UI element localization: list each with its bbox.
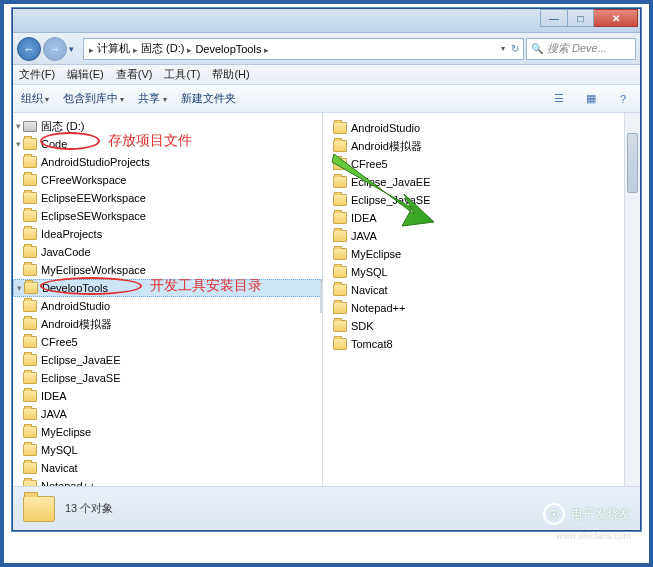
folder-icon [23,372,37,384]
folder-icon [23,210,37,222]
folder-icon [333,338,347,350]
menu-help[interactable]: 帮助(H) [212,67,249,82]
share-button[interactable]: 共享 [138,91,166,106]
list-item[interactable]: Eclipse_JavaSE [329,191,640,209]
status-count: 13 个对象 [65,501,113,516]
tree-item[interactable]: Navicat [13,459,322,477]
organize-button[interactable]: 组织 [21,91,49,106]
folder-icon [23,138,37,150]
list-item[interactable]: AndroidStudio [329,119,640,137]
help-icon[interactable]: ? [614,90,632,108]
tree-item[interactable]: Android模拟器 [13,315,322,333]
list-item[interactable]: Navicat [329,281,640,299]
list-item[interactable]: Eclipse_JavaEE [329,173,640,191]
tree-item[interactable]: MySQL [13,441,322,459]
folder-icon [23,228,37,240]
folder-icon [333,284,347,296]
folder-icon [333,176,347,188]
tree-item[interactable]: AndroidStudioProjects [13,153,322,171]
folder-icon [24,282,38,294]
search-placeholder: 搜索 Deve... [547,41,607,56]
view-mode-icon[interactable]: ☰ [550,90,568,108]
chevron-icon [186,43,193,55]
folder-icon [23,264,37,276]
tree-item[interactable]: CFreeWorkspace [13,171,322,189]
breadcrumb[interactable]: DevelopTools [195,43,261,55]
refresh-icon[interactable]: ↻ [511,43,519,54]
tree-item-selected[interactable]: ▾DevelopTools [13,279,322,297]
folder-icon [23,496,55,522]
tree-item[interactable]: Eclipse_JavaSE [13,369,322,387]
folder-icon [23,192,37,204]
list-item[interactable]: Tomcat8 [329,335,640,353]
address-bar[interactable]: 计算机 固态 (D:) DevelopTools ▾ ↻ [83,38,524,60]
list-item[interactable]: JAVA [329,227,640,245]
chevron-icon [263,43,270,55]
drive-icon [23,121,37,132]
search-input[interactable]: 🔍 搜索 Deve... [526,38,636,60]
folder-icon [23,174,37,186]
menu-file[interactable]: 文件(F) [19,67,55,82]
list-item[interactable]: Android模拟器 [329,137,640,155]
tree-item[interactable]: EclipseEEWorkspace [13,189,322,207]
folder-icon [333,212,347,224]
forward-button[interactable]: → [43,37,67,61]
list-item[interactable]: SDK [329,317,640,335]
folder-icon [23,156,37,168]
list-item[interactable]: MySQL [329,263,640,281]
tree-item[interactable]: Eclipse_JavaEE [13,351,322,369]
include-library-button[interactable]: 包含到库中 [63,91,124,106]
tree-item[interactable]: MyEclipse [13,423,322,441]
chevron-icon [132,43,139,55]
minimize-button[interactable]: — [540,9,568,27]
tree-item[interactable]: ▾Code [13,135,322,153]
menubar: 文件(F) 编辑(E) 查看(V) 工具(T) 帮助(H) [13,65,640,85]
chevron-icon [88,43,95,55]
list-item[interactable]: CFree5 [329,155,640,173]
list-item[interactable]: MyEclipse [329,245,640,263]
tree-item[interactable]: EclipseSEWorkspace [13,207,322,225]
file-list: AndroidStudio Android模拟器 CFree5 Eclipse_… [323,113,640,486]
folder-icon [333,122,347,134]
address-dropdown-icon[interactable]: ▾ [501,44,505,53]
list-item[interactable]: Notepad++ [329,299,640,317]
folder-icon [333,158,347,170]
breadcrumb[interactable]: 固态 (D:) [141,41,184,56]
status-bar: 13 个对象 [13,486,640,530]
folder-icon [333,266,347,278]
folder-icon [333,140,347,152]
nav-tree: ▾固态 (D:) ▾Code AndroidStudioProjects CFr… [13,113,323,486]
tree-item[interactable]: IDEA [13,387,322,405]
close-button[interactable]: ✕ [594,9,638,27]
tree-drive[interactable]: ▾固态 (D:) [13,117,322,135]
scrollbar-vertical[interactable] [624,113,640,486]
scroll-thumb[interactable] [627,133,638,193]
folder-icon [23,318,37,330]
maximize-button[interactable]: □ [568,9,594,27]
navbar: ← → ▾ 计算机 固态 (D:) DevelopTools ▾ ↻ 🔍 搜索 … [13,33,640,65]
folder-icon [23,480,37,486]
folder-icon [333,302,347,314]
explorer-window: — □ ✕ ← → ▾ 计算机 固态 (D:) DevelopTools ▾ ↻… [12,8,641,531]
folder-icon [23,462,37,474]
new-folder-button[interactable]: 新建文件夹 [181,91,236,106]
breadcrumb[interactable]: 计算机 [97,41,130,56]
list-item[interactable]: IDEA [329,209,640,227]
back-button[interactable]: ← [17,37,41,61]
folder-icon [333,320,347,332]
tree-item[interactable]: AndroidStudio [13,297,322,315]
tree-item[interactable]: MyEclipseWorkspace [13,261,322,279]
tree-item[interactable]: JAVA [13,405,322,423]
details-pane-icon[interactable]: ▦ [582,90,600,108]
tree-item[interactable]: IdeaProjects [13,225,322,243]
menu-edit[interactable]: 编辑(E) [67,67,104,82]
menu-view[interactable]: 查看(V) [116,67,153,82]
history-dropdown[interactable]: ▾ [69,44,81,54]
tree-item[interactable]: JavaCode [13,243,322,261]
folder-icon [23,426,37,438]
folder-icon [23,336,37,348]
tree-item[interactable]: CFree5 [13,333,322,351]
menu-tools[interactable]: 工具(T) [164,67,200,82]
tree-item[interactable]: Notepad++ [13,477,322,486]
toolbar: 组织 包含到库中 共享 新建文件夹 ☰ ▦ ? [13,85,640,113]
